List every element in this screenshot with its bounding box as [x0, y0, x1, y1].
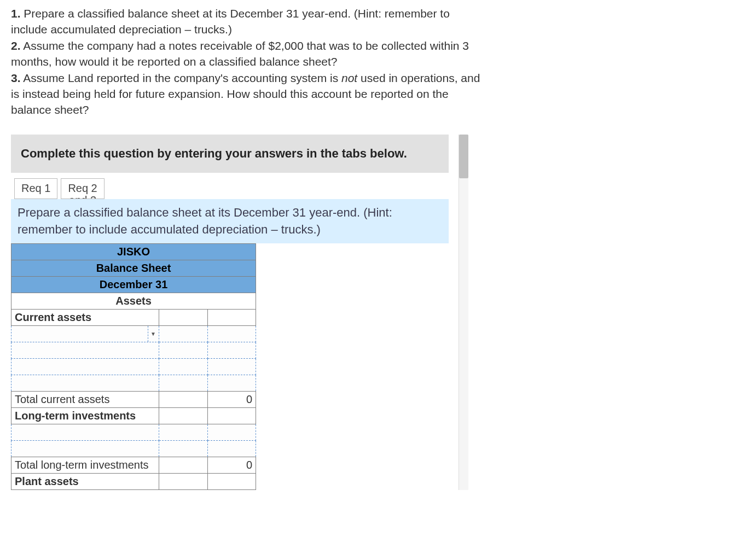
- plant-assets-label: Plant assets: [11, 474, 159, 490]
- tabs-row: Req 1 Req 2 and 3: [14, 178, 449, 199]
- q2-text: Assume the company had a notes receivabl…: [11, 39, 469, 68]
- current-asset-account-input[interactable]: [11, 375, 159, 392]
- current-asset-account-input[interactable]: [11, 359, 159, 375]
- current-asset-amount-input[interactable]: [159, 326, 208, 342]
- blank-cell: [208, 408, 256, 424]
- total-long-term-value: 0: [208, 457, 256, 474]
- q3-em: not: [341, 72, 357, 84]
- current-asset-amount2-input[interactable]: [208, 359, 256, 375]
- current-asset-account-dropdown[interactable]: ▼: [11, 326, 159, 342]
- tab-req-2-label-line2: and 3: [69, 194, 96, 199]
- total-current-assets-value: 0: [208, 392, 256, 408]
- long-term-investments-label: Long-term investments: [11, 408, 159, 424]
- q2-number: 2.: [11, 39, 21, 52]
- long-term-account-input[interactable]: [11, 441, 159, 457]
- balance-sheet-table: JISKO Balance Sheet December 31 Assets C…: [11, 243, 256, 490]
- blank-cell: [208, 474, 256, 490]
- statement-date-cell: December 31: [11, 277, 256, 293]
- statement-title-cell: Balance Sheet: [11, 260, 256, 277]
- long-term-amount2-input[interactable]: [208, 424, 256, 441]
- blank-cell: [159, 392, 208, 408]
- q1-text: Prepare a classified balance sheet at it…: [11, 7, 450, 36]
- current-asset-amount2-input[interactable]: [208, 375, 256, 392]
- long-term-amount-input[interactable]: [159, 441, 208, 457]
- current-asset-amount2-input[interactable]: [208, 342, 256, 359]
- sub-instruction: Prepare a classified balance sheet at it…: [11, 199, 449, 244]
- blank-cell: [159, 457, 208, 474]
- total-current-assets-label: Total current assets: [11, 392, 159, 408]
- blank-cell: [159, 310, 208, 326]
- blank-cell: [159, 474, 208, 490]
- question-block: 1. Prepare a classified balance sheet at…: [11, 5, 481, 118]
- current-asset-amount-input[interactable]: [159, 375, 208, 392]
- tab-req-1-label: Req 1: [21, 182, 50, 194]
- tab-req-2-label-line1: Req 2: [68, 182, 97, 194]
- total-long-term-label: Total long-term investments: [11, 457, 159, 474]
- current-asset-amount-input[interactable]: [159, 359, 208, 375]
- current-asset-amount2-input[interactable]: [208, 326, 256, 342]
- current-asset-account-input[interactable]: [11, 342, 159, 359]
- long-term-account-input[interactable]: [11, 424, 159, 441]
- blank-cell: [159, 408, 208, 424]
- current-assets-label: Current assets: [11, 310, 159, 326]
- company-name-cell: JISKO: [11, 244, 256, 260]
- q3-number: 3.: [11, 72, 21, 84]
- instruction-banner: Complete this question by entering your …: [11, 135, 449, 173]
- assets-header-cell: Assets: [11, 293, 256, 310]
- blank-cell: [208, 310, 256, 326]
- current-asset-amount-input[interactable]: [159, 342, 208, 359]
- long-term-amount-input[interactable]: [159, 424, 208, 441]
- long-term-amount2-input[interactable]: [208, 441, 256, 457]
- tab-req-1[interactable]: Req 1: [14, 178, 57, 199]
- chevron-down-icon: ▼: [148, 326, 159, 342]
- q3-text-a: Assume Land reported in the company's ac…: [21, 72, 341, 84]
- q1-number: 1.: [11, 7, 21, 20]
- tab-req-2-and-3[interactable]: Req 2 and 3: [61, 178, 104, 199]
- scrollbar-vertical[interactable]: [459, 135, 468, 491]
- scrollbar-thumb[interactable]: [459, 135, 468, 178]
